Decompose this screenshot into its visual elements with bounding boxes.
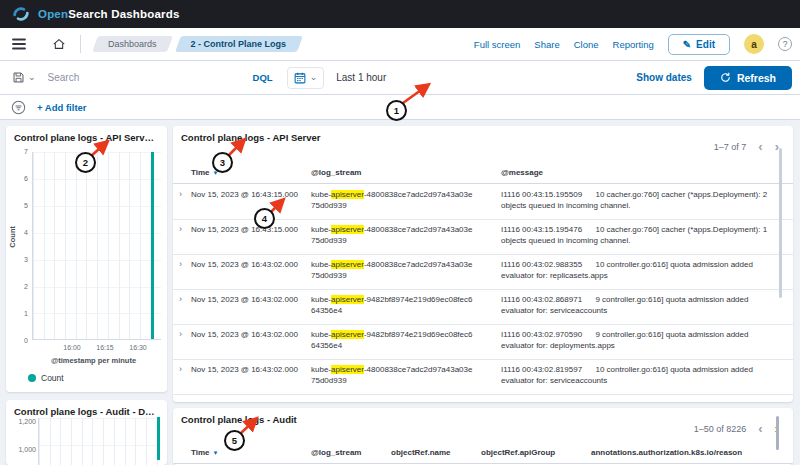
bar-series-count [151, 152, 154, 339]
show-dates-link[interactable]: Show dates [636, 72, 692, 83]
sort-desc-icon[interactable]: ▼ [213, 450, 219, 456]
search-highlight: apiserver [331, 295, 364, 304]
expand-row-icon[interactable]: › [179, 190, 191, 199]
breadcrumb-current-dashboard: 2 - Control Plane Logs [178, 36, 300, 52]
time-range-value[interactable]: Last 1 hour [336, 72, 386, 83]
panel-audit-table: Control plane logs - Audit 1–50 of 8226 … [173, 408, 793, 465]
y-tick-label: 3 [24, 256, 28, 263]
cell-log-stream: kube-apiserver-4800838ce7adc2d97a43a03e7… [311, 260, 501, 281]
refresh-button[interactable]: Refresh [704, 66, 792, 90]
cell-time: Nov 15, 2023 @ 16:43:02.000 [191, 330, 311, 341]
search-highlight: apiserver [331, 260, 364, 269]
expand-row-icon[interactable]: › [179, 295, 191, 304]
share-link[interactable]: Share [534, 39, 559, 50]
column-header-message: @message [501, 168, 793, 177]
annotation-badge-3: 3 [212, 152, 233, 173]
calendar-icon [294, 72, 306, 84]
annotation-badge-4: 4 [254, 208, 275, 229]
cell-log-stream: kube-apiserver-4800838ce7adc2d97a43a03e7… [311, 365, 501, 386]
column-header-annotations-reason: annotations.authorization.k8s.io/reason [591, 448, 793, 457]
clone-link[interactable]: Clone [574, 39, 599, 50]
expand-row-icon[interactable]: › [179, 260, 191, 269]
filter-icon[interactable] [10, 99, 27, 116]
column-header-time[interactable]: Time▼ [191, 448, 311, 457]
help-icon[interactable]: ? [778, 37, 792, 51]
y-tick-label: 1,200 [8, 418, 36, 425]
panel-title: Control plane logs - API Server [181, 132, 785, 143]
y-tick-label: 2 [24, 283, 28, 290]
cell-log-stream: kube-apiserver-9482bf8974e219d69ec08fec6… [311, 295, 501, 316]
brand-title: OpenSearch Dashboards [38, 8, 180, 20]
cell-message: I1116 00:43:15.195509 10 cacher.go:760] … [501, 190, 793, 211]
scrollbar[interactable] [779, 148, 782, 298]
date-quick-select-button[interactable]: ⌄ [287, 67, 325, 89]
add-filter-button[interactable]: + Add filter [37, 102, 87, 113]
table-header: Time▼ @log_stream objectRef.name objectR… [173, 448, 793, 464]
search-highlight: apiserver [331, 330, 364, 339]
dashboard-content: Control plane logs - API Server - ... Co… [0, 120, 800, 465]
search-input[interactable] [48, 72, 243, 83]
y-tick-label: 1 [24, 310, 28, 317]
expand-row-icon[interactable]: › [179, 365, 191, 374]
pagination-range: 1–50 of 8226 [694, 424, 747, 434]
chevron-left-icon[interactable]: ‹ [758, 140, 762, 153]
panel-api-server-table: Control plane logs - API Server 1–7 of 7… [173, 126, 793, 402]
pagination: 1–50 of 8226 ‹ › [694, 422, 779, 435]
column-header-log-stream: @log_stream [311, 448, 391, 457]
annotation-badge-2: 2 [75, 152, 96, 173]
table-row: ›Nov 15, 2023 @ 16:43:02.000kube-apiserv… [173, 290, 793, 325]
audit-chart-plot [38, 418, 161, 465]
cell-message: I1116 00:43:02.868971 9 controller.go:61… [501, 295, 793, 316]
table-row: ›Nov 15, 2023 @ 16:43:02.000kube-apiserv… [173, 325, 793, 360]
search-highlight: apiserver [331, 365, 364, 374]
cell-message: I1116 00:43:02.988355 10 controller.go:6… [501, 260, 793, 281]
annotation-badge-5: 5 [224, 430, 245, 451]
panel-audit-chart: Control plane logs - Audit - Date ... 1,… [6, 400, 167, 465]
cell-time: Nov 15, 2023 @ 16:43:02.000 [191, 365, 311, 376]
saved-query-menu-button[interactable]: ⌄ [8, 69, 40, 86]
y-tick-label: 4 [24, 229, 28, 236]
column-header-time[interactable]: Time▼ [191, 168, 311, 177]
search-highlight: apiserver [331, 190, 364, 199]
column-header-log-stream: @log_stream [311, 168, 501, 177]
column-header-objectref-name: objectRef.name [391, 448, 481, 457]
scrollbar[interactable] [776, 416, 779, 450]
chevron-down-icon: ⌄ [28, 73, 36, 82]
x-tick-label: 16:30 [129, 344, 147, 351]
full-screen-link[interactable]: Full screen [474, 39, 520, 50]
cell-message: I1116 00:43:15.195476 10 cacher.go:760] … [501, 225, 793, 246]
navbar: Dashboards 2 - Control Plane Logs Full s… [0, 28, 800, 61]
expand-row-icon[interactable]: › [179, 225, 191, 234]
edit-button[interactable]: ✎ Edit [668, 34, 730, 55]
home-icon[interactable] [48, 33, 70, 55]
cell-message: I1116 00:43:02.819597 10 controller.go:6… [501, 365, 793, 386]
cell-message: I1116 00:43:02.970590 9 controller.go:61… [501, 330, 793, 351]
dql-button[interactable]: DQL [253, 72, 273, 83]
cell-log-stream: kube-apiserver-9482bf8974e219d69ec08fec6… [311, 330, 501, 351]
cell-time: Nov 15, 2023 @ 16:43:15.000 [191, 225, 311, 236]
cell-log-stream: kube-apiserver-4800838ce7adc2d97a43a03e7… [311, 225, 501, 246]
x-tick-label: 16:00 [63, 344, 81, 351]
api-chart-yticks: 76543210 [6, 148, 28, 344]
divider [80, 35, 81, 53]
table-header: Time▼ @log_stream @message [173, 168, 793, 184]
opensearch-logo-icon [10, 3, 32, 25]
bar-series-count [157, 417, 160, 460]
breadcrumb-dashboards[interactable]: Dashboards [95, 36, 170, 52]
y-tick-label: 7 [24, 148, 28, 155]
reporting-link[interactable]: Reporting [613, 39, 654, 50]
chevron-left-icon[interactable]: ‹ [758, 422, 762, 435]
cell-time: Nov 15, 2023 @ 16:43:15.000 [191, 190, 311, 201]
avatar[interactable]: a [744, 34, 764, 54]
api-chart-xticks: 16:0016:1516:30 [32, 344, 161, 354]
table-row: ›Nov 15, 2023 @ 16:43:02.000kube-apiserv… [173, 360, 793, 395]
pagination: 1–7 of 7 ‹ › [714, 140, 779, 153]
legend-count[interactable]: Count [28, 373, 64, 383]
x-tick-label: 16:15 [96, 344, 114, 351]
cell-time: Nov 15, 2023 @ 16:43:02.000 [191, 260, 311, 271]
expand-row-icon[interactable]: › [179, 330, 191, 339]
query-bar: ⌄ DQL ⌄ Last 1 hour Show dates Refresh [0, 61, 800, 95]
menu-icon[interactable] [8, 33, 30, 55]
y-tick-label: 1,000 [8, 446, 36, 453]
table-row: ›Nov 15, 2023 @ 16:43:02.000kube-apiserv… [173, 255, 793, 290]
